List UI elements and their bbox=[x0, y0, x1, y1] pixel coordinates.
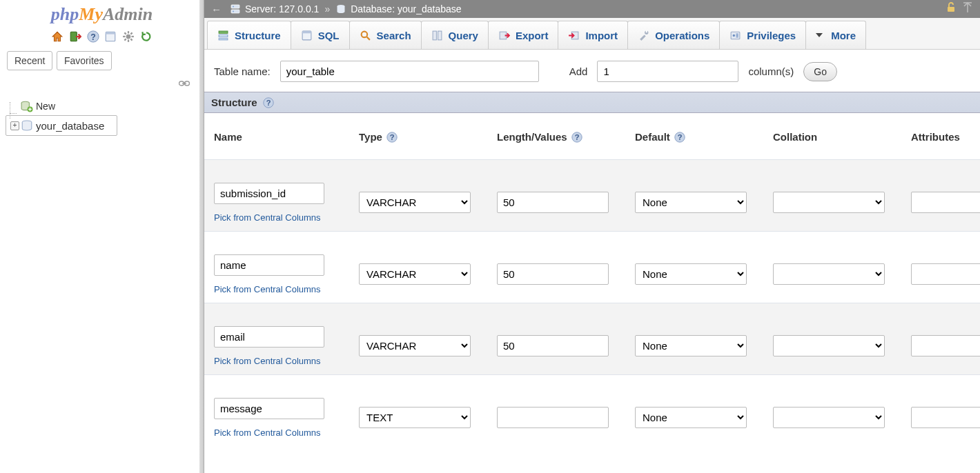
pick-central-columns-link[interactable]: Pick from Central Columns bbox=[214, 356, 321, 366]
tab-query[interactable]: Query bbox=[421, 21, 489, 49]
column-default-select[interactable]: None bbox=[635, 407, 747, 428]
help-icon[interactable] bbox=[571, 132, 582, 143]
column-length-input[interactable] bbox=[497, 192, 609, 213]
column-name-input[interactable] bbox=[214, 183, 324, 204]
svg-rect-29 bbox=[219, 38, 228, 39]
tab-search[interactable]: Search bbox=[349, 21, 422, 49]
help-icon[interactable] bbox=[674, 132, 685, 143]
tab-export-label: Export bbox=[516, 30, 549, 41]
svg-rect-28 bbox=[219, 34, 228, 37]
logo[interactable]: phpMyAdmin bbox=[0, 0, 204, 28]
column-collation-select[interactable] bbox=[773, 407, 885, 428]
tree-db[interactable]: + your_database bbox=[6, 115, 117, 136]
tab-query-label: Query bbox=[449, 30, 478, 41]
svg-line-33 bbox=[366, 37, 369, 39]
help-icon[interactable] bbox=[386, 132, 398, 143]
column-attributes-select[interactable] bbox=[911, 407, 980, 428]
link-icon[interactable] bbox=[179, 77, 190, 89]
tab-bar: Structure SQL Search Query Export Import… bbox=[204, 18, 980, 50]
svg-rect-20 bbox=[231, 5, 239, 8]
column-row: Pick from Central Columns VARCHAR None bbox=[204, 231, 980, 303]
svg-point-32 bbox=[361, 31, 367, 37]
svg-rect-31 bbox=[302, 31, 311, 33]
column-default-select[interactable]: None bbox=[635, 192, 747, 213]
unlock-icon[interactable] bbox=[945, 2, 957, 16]
column-default-select[interactable]: None bbox=[635, 335, 747, 356]
svg-line-10 bbox=[124, 32, 126, 34]
column-name-input[interactable] bbox=[214, 398, 324, 419]
column-length-input[interactable] bbox=[497, 407, 609, 428]
column-row: Pick from Central Columns VARCHAR None bbox=[204, 303, 980, 374]
database-icon-small bbox=[335, 3, 346, 14]
help-icon[interactable] bbox=[263, 97, 274, 108]
svg-rect-40 bbox=[731, 32, 740, 39]
database-icon bbox=[21, 119, 33, 132]
recent-tab[interactable]: Recent bbox=[7, 51, 52, 70]
column-length-input[interactable] bbox=[497, 263, 609, 285]
columns-label: column(s) bbox=[748, 66, 794, 77]
column-attributes-select[interactable] bbox=[911, 335, 980, 356]
reload-icon[interactable] bbox=[140, 30, 153, 43]
tab-import[interactable]: Import bbox=[558, 21, 628, 49]
column-type-select[interactable]: VARCHAR bbox=[359, 263, 471, 285]
svg-point-23 bbox=[233, 11, 234, 12]
column-type-select[interactable]: TEXT bbox=[359, 407, 471, 428]
svg-rect-2 bbox=[70, 32, 77, 41]
svg-point-5 bbox=[126, 34, 131, 39]
tab-sql[interactable]: SQL bbox=[291, 21, 350, 49]
expand-icon[interactable]: + bbox=[10, 121, 19, 130]
tab-privileges[interactable]: Privileges bbox=[719, 21, 806, 49]
privileges-icon bbox=[729, 30, 741, 41]
docs-icon[interactable] bbox=[87, 30, 99, 43]
sidebar-resize-handle[interactable] bbox=[199, 0, 204, 473]
add-columns-input[interactable] bbox=[597, 61, 738, 82]
column-collation-select[interactable] bbox=[773, 192, 885, 213]
tab-structure-label: Structure bbox=[235, 30, 281, 41]
column-name-input[interactable] bbox=[214, 254, 324, 276]
column-default-select[interactable]: None bbox=[635, 263, 747, 285]
column-name-input[interactable] bbox=[214, 326, 324, 348]
column-collation-select[interactable] bbox=[773, 335, 885, 356]
settings-icon[interactable] bbox=[122, 30, 135, 43]
tab-structure[interactable]: Structure bbox=[207, 21, 291, 49]
pick-central-columns-link[interactable]: Pick from Central Columns bbox=[214, 427, 321, 438]
header-attributes: Attributes bbox=[911, 131, 980, 143]
home-icon[interactable] bbox=[51, 30, 63, 43]
column-type-select[interactable]: VARCHAR bbox=[359, 335, 471, 356]
logo-part-php: php bbox=[51, 4, 79, 24]
column-attributes-select[interactable] bbox=[911, 192, 980, 213]
svg-rect-25 bbox=[948, 7, 954, 12]
tree-new-label: New bbox=[36, 101, 55, 112]
svg-point-41 bbox=[733, 34, 735, 36]
caret-down-icon bbox=[816, 33, 823, 37]
breadcrumb-sep: » bbox=[324, 3, 330, 14]
column-type-select[interactable]: VARCHAR bbox=[359, 192, 471, 213]
pick-central-columns-link[interactable]: Pick from Central Columns bbox=[214, 284, 321, 294]
breadcrumb-server-value[interactable]: 127.0.0.1 bbox=[279, 3, 319, 14]
import-icon bbox=[568, 30, 580, 41]
pick-central-columns-link[interactable]: Pick from Central Columns bbox=[214, 212, 321, 223]
column-collation-select[interactable] bbox=[773, 263, 885, 285]
column-attributes-select[interactable] bbox=[911, 263, 980, 285]
svg-rect-34 bbox=[433, 31, 436, 40]
logout-icon[interactable] bbox=[69, 30, 81, 43]
svg-rect-35 bbox=[438, 31, 441, 40]
column-length-input[interactable] bbox=[497, 335, 609, 356]
tab-more-label: More bbox=[831, 30, 856, 41]
sql-window-icon[interactable] bbox=[104, 30, 117, 43]
back-arrow-icon[interactable]: ← bbox=[211, 3, 222, 15]
tree-new[interactable]: New bbox=[6, 97, 198, 115]
go-button[interactable]: Go bbox=[803, 62, 837, 81]
table-name-input[interactable] bbox=[280, 61, 539, 82]
sql-icon bbox=[301, 30, 313, 41]
tab-more[interactable]: More bbox=[805, 21, 866, 49]
breadcrumb-db-value[interactable]: your_database bbox=[398, 3, 462, 14]
tab-sql-label: SQL bbox=[318, 30, 340, 41]
column-row: Pick from Central Columns TEXT None bbox=[204, 374, 980, 446]
page-up-icon[interactable] bbox=[962, 2, 973, 16]
tab-operations-label: Operations bbox=[655, 30, 709, 41]
tab-export[interactable]: Export bbox=[488, 21, 559, 49]
favorites-tab[interactable]: Favorites bbox=[57, 51, 112, 70]
tab-operations[interactable]: Operations bbox=[627, 21, 720, 49]
logo-part-admin: Admin bbox=[103, 4, 153, 24]
